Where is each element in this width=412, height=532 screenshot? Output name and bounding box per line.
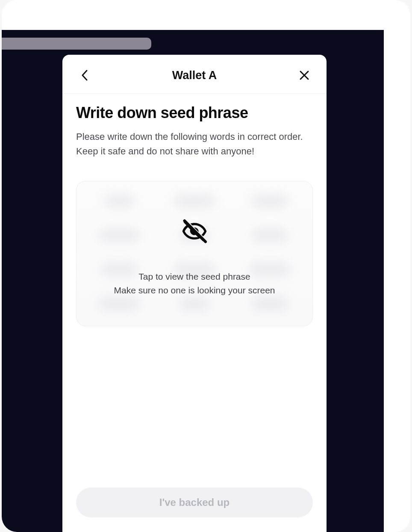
reveal-seed-text: Tap to view the seed phrase Make sure no…	[114, 270, 275, 298]
reveal-line-2: Make sure no one is looking your screen	[114, 284, 275, 298]
page-heading: Write down seed phrase	[76, 104, 313, 122]
page-description: Please write down the following words in…	[76, 130, 313, 159]
top-gray-bar	[2, 38, 151, 50]
close-icon	[299, 70, 309, 80]
outer-card: Wallet A Write down seed phrase Please w…	[2, 0, 410, 532]
eye-off-icon	[181, 219, 208, 245]
footer-area: I've backed up	[62, 479, 327, 532]
reveal-line-1: Tap to view the seed phrase	[114, 270, 275, 284]
close-button[interactable]	[296, 67, 313, 84]
content-area: Write down seed phrase Please write down…	[62, 94, 327, 479]
wallet-screen: Wallet A Write down seed phrase Please w…	[62, 55, 327, 532]
back-button[interactable]	[76, 67, 93, 84]
reveal-seed-overlay[interactable]: Tap to view the seed phrase Make sure no…	[77, 181, 312, 326]
header-bar: Wallet A	[62, 55, 327, 94]
backed-up-button[interactable]: I've backed up	[76, 488, 313, 517]
header-title: Wallet A	[172, 69, 217, 82]
chevron-left-icon	[81, 69, 88, 81]
seed-phrase-box: Tap to view the seed phrase Make sure no…	[76, 181, 313, 326]
